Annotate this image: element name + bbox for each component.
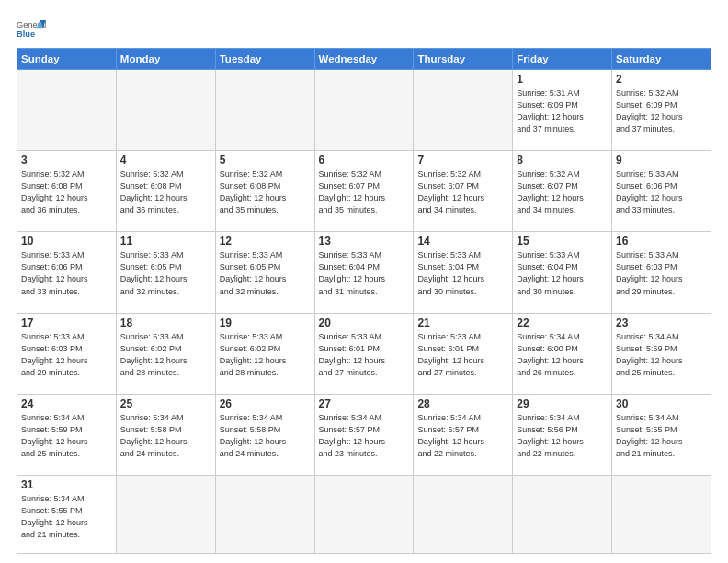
day-info: Sunrise: 5:32 AM Sunset: 6:08 PM Dayligh… — [220, 168, 311, 216]
day-cell: 29Sunrise: 5:34 AM Sunset: 5:56 PM Dayli… — [513, 394, 612, 475]
day-number: 23 — [616, 316, 707, 329]
day-number: 29 — [517, 397, 608, 410]
week-row-5: 31Sunrise: 5:34 AM Sunset: 5:55 PM Dayli… — [17, 475, 711, 553]
day-cell: 21Sunrise: 5:33 AM Sunset: 6:01 PM Dayli… — [414, 313, 513, 394]
day-cell: 1Sunrise: 5:31 AM Sunset: 6:09 PM Daylig… — [513, 70, 612, 151]
day-info: Sunrise: 5:33 AM Sunset: 6:05 PM Dayligh… — [120, 249, 211, 297]
day-number: 19 — [220, 316, 311, 329]
day-number: 26 — [220, 397, 311, 410]
day-info: Sunrise: 5:32 AM Sunset: 6:09 PM Dayligh… — [616, 87, 707, 135]
weekday-wednesday: Wednesday — [314, 49, 414, 70]
day-number: 13 — [319, 235, 410, 247]
day-cell — [215, 475, 314, 553]
day-info: Sunrise: 5:32 AM Sunset: 6:07 PM Dayligh… — [517, 168, 608, 216]
day-number: 15 — [517, 235, 608, 247]
day-cell: 8Sunrise: 5:32 AM Sunset: 6:07 PM Daylig… — [513, 151, 612, 232]
day-cell: 25Sunrise: 5:34 AM Sunset: 5:58 PM Dayli… — [116, 394, 215, 475]
day-info: Sunrise: 5:32 AM Sunset: 6:07 PM Dayligh… — [319, 168, 410, 216]
day-info: Sunrise: 5:33 AM Sunset: 6:03 PM Dayligh… — [21, 331, 112, 379]
week-row-3: 17Sunrise: 5:33 AM Sunset: 6:03 PM Dayli… — [17, 313, 711, 394]
day-number: 18 — [120, 316, 211, 329]
day-number: 17 — [21, 316, 112, 329]
day-cell — [215, 70, 314, 151]
day-cell: 22Sunrise: 5:34 AM Sunset: 6:00 PM Dayli… — [513, 313, 612, 394]
day-cell: 6Sunrise: 5:32 AM Sunset: 6:07 PM Daylig… — [314, 151, 414, 232]
day-number: 28 — [417, 397, 508, 410]
weekday-saturday: Saturday — [612, 49, 711, 70]
day-info: Sunrise: 5:34 AM Sunset: 5:59 PM Dayligh… — [21, 412, 112, 460]
day-cell: 9Sunrise: 5:33 AM Sunset: 6:06 PM Daylig… — [612, 151, 711, 232]
day-info: Sunrise: 5:32 AM Sunset: 6:07 PM Dayligh… — [417, 168, 508, 216]
day-number: 16 — [616, 235, 707, 247]
day-cell — [414, 475, 513, 553]
day-info: Sunrise: 5:33 AM Sunset: 6:01 PM Dayligh… — [319, 331, 410, 379]
day-info: Sunrise: 5:34 AM Sunset: 5:58 PM Dayligh… — [120, 412, 211, 460]
day-number: 6 — [319, 154, 410, 167]
week-row-4: 24Sunrise: 5:34 AM Sunset: 5:59 PM Dayli… — [17, 394, 711, 475]
day-cell: 19Sunrise: 5:33 AM Sunset: 6:02 PM Dayli… — [215, 313, 314, 394]
day-cell: 26Sunrise: 5:34 AM Sunset: 5:58 PM Dayli… — [215, 394, 314, 475]
day-cell: 27Sunrise: 5:34 AM Sunset: 5:57 PM Dayli… — [314, 394, 414, 475]
day-cell: 15Sunrise: 5:33 AM Sunset: 6:04 PM Dayli… — [513, 232, 612, 313]
day-number: 24 — [21, 397, 112, 410]
logo: General Blue — [17, 17, 46, 42]
day-cell: 28Sunrise: 5:34 AM Sunset: 5:57 PM Dayli… — [414, 394, 513, 475]
day-info: Sunrise: 5:34 AM Sunset: 5:56 PM Dayligh… — [517, 412, 608, 460]
day-info: Sunrise: 5:33 AM Sunset: 6:02 PM Dayligh… — [220, 331, 311, 379]
generalblue-logo-icon: General Blue — [17, 17, 46, 42]
day-info: Sunrise: 5:34 AM Sunset: 5:59 PM Dayligh… — [616, 331, 707, 379]
day-cell: 20Sunrise: 5:33 AM Sunset: 6:01 PM Dayli… — [314, 313, 414, 394]
day-number: 21 — [417, 316, 508, 329]
day-cell — [314, 70, 414, 151]
svg-text:Blue: Blue — [17, 29, 35, 39]
day-cell: 12Sunrise: 5:33 AM Sunset: 6:05 PM Dayli… — [215, 232, 314, 313]
week-row-2: 10Sunrise: 5:33 AM Sunset: 6:06 PM Dayli… — [17, 232, 711, 313]
day-info: Sunrise: 5:33 AM Sunset: 6:06 PM Dayligh… — [616, 168, 707, 216]
day-number: 9 — [616, 154, 707, 167]
day-cell — [116, 475, 215, 553]
day-number: 3 — [21, 154, 112, 167]
day-info: Sunrise: 5:33 AM Sunset: 6:03 PM Dayligh… — [616, 249, 707, 297]
weekday-friday: Friday — [513, 49, 612, 70]
weekday-tuesday: Tuesday — [215, 49, 314, 70]
day-cell — [17, 70, 117, 151]
day-info: Sunrise: 5:34 AM Sunset: 5:57 PM Dayligh… — [319, 412, 410, 460]
day-info: Sunrise: 5:33 AM Sunset: 6:04 PM Dayligh… — [319, 249, 410, 297]
day-number: 22 — [517, 316, 608, 329]
day-number: 7 — [417, 154, 508, 167]
day-number: 27 — [319, 397, 410, 410]
day-number: 25 — [120, 397, 211, 410]
day-number: 1 — [517, 73, 608, 86]
day-cell: 7Sunrise: 5:32 AM Sunset: 6:07 PM Daylig… — [414, 151, 513, 232]
header: General Blue — [17, 17, 711, 42]
day-cell: 4Sunrise: 5:32 AM Sunset: 6:08 PM Daylig… — [116, 151, 215, 232]
day-info: Sunrise: 5:33 AM Sunset: 6:02 PM Dayligh… — [120, 331, 211, 379]
day-number: 8 — [517, 154, 608, 167]
day-number: 2 — [616, 73, 707, 86]
day-info: Sunrise: 5:33 AM Sunset: 6:06 PM Dayligh… — [21, 249, 112, 297]
day-cell: 13Sunrise: 5:33 AM Sunset: 6:04 PM Dayli… — [314, 232, 414, 313]
day-cell: 18Sunrise: 5:33 AM Sunset: 6:02 PM Dayli… — [116, 313, 215, 394]
day-number: 12 — [220, 235, 311, 247]
day-cell: 5Sunrise: 5:32 AM Sunset: 6:08 PM Daylig… — [215, 151, 314, 232]
day-cell: 2Sunrise: 5:32 AM Sunset: 6:09 PM Daylig… — [612, 70, 711, 151]
day-number: 5 — [220, 154, 311, 167]
day-info: Sunrise: 5:32 AM Sunset: 6:08 PM Dayligh… — [120, 168, 211, 216]
day-info: Sunrise: 5:33 AM Sunset: 6:04 PM Dayligh… — [417, 249, 508, 297]
day-info: Sunrise: 5:31 AM Sunset: 6:09 PM Dayligh… — [517, 87, 608, 135]
day-cell: 10Sunrise: 5:33 AM Sunset: 6:06 PM Dayli… — [17, 232, 117, 313]
day-cell: 14Sunrise: 5:33 AM Sunset: 6:04 PM Dayli… — [414, 232, 513, 313]
day-cell: 3Sunrise: 5:32 AM Sunset: 6:08 PM Daylig… — [17, 151, 117, 232]
day-cell: 31Sunrise: 5:34 AM Sunset: 5:55 PM Dayli… — [17, 475, 117, 553]
day-info: Sunrise: 5:34 AM Sunset: 5:57 PM Dayligh… — [417, 412, 508, 460]
week-row-1: 3Sunrise: 5:32 AM Sunset: 6:08 PM Daylig… — [17, 151, 711, 232]
day-number: 30 — [616, 397, 707, 410]
weekday-thursday: Thursday — [414, 49, 513, 70]
day-number: 10 — [21, 235, 112, 247]
day-number: 14 — [417, 235, 508, 247]
day-cell — [314, 475, 414, 553]
day-number: 20 — [319, 316, 410, 329]
day-cell — [116, 70, 215, 151]
day-cell: 24Sunrise: 5:34 AM Sunset: 5:59 PM Dayli… — [17, 394, 117, 475]
day-info: Sunrise: 5:33 AM Sunset: 6:04 PM Dayligh… — [517, 249, 608, 297]
